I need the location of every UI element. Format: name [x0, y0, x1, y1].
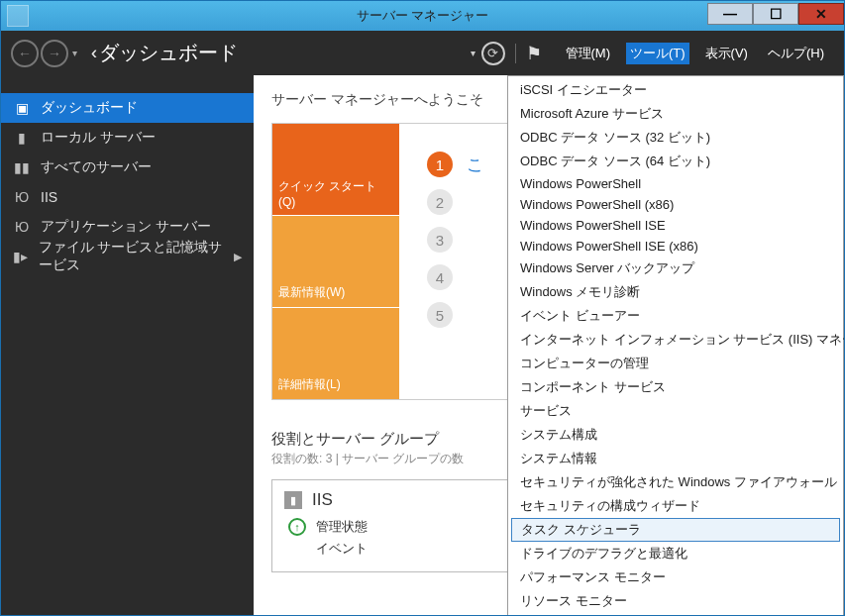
tools-dropdown-menu: iSCSI イニシエーターMicrosoft Azure サービスODBC デー…: [507, 75, 844, 615]
tools-menu-item[interactable]: Windows メモリ診断: [508, 280, 843, 304]
tools-menu-item[interactable]: ODBC データ ソース (64 ビット): [508, 150, 843, 173]
refresh-button[interactable]: ⟳: [481, 42, 505, 65]
history-dropdown-icon[interactable]: ▾: [72, 48, 77, 58]
nav-item-label: アプリケーション サーバー: [41, 218, 211, 236]
sidebar: ▣ダッシュボード▮ローカル サーバー▮▮すべてのサーバーЮIISЮアプリケーショ…: [1, 75, 254, 615]
nav-item-label: ローカル サーバー: [41, 129, 156, 147]
status-up-icon: ↑: [288, 518, 306, 536]
nav-item-icon: Ю: [13, 189, 31, 205]
chevron-right-icon: ▶: [234, 251, 242, 263]
nav-item-icon: ▮: [13, 130, 31, 146]
tools-menu-item[interactable]: Windows Server バックアップ: [508, 257, 843, 280]
forward-button[interactable]: →: [41, 40, 68, 67]
menu-tools[interactable]: ツール(T): [626, 43, 689, 64]
tools-menu-item[interactable]: セキュリティの構成ウィザード: [508, 494, 843, 518]
role-tile-iis[interactable]: ▮ IIS ↑ 管理状態 イベント: [271, 479, 519, 572]
role-manageability-row[interactable]: ↑ 管理状態: [288, 518, 506, 536]
divider: [515, 44, 516, 63]
breadcrumb-options-icon[interactable]: ▾: [471, 48, 475, 58]
role-events-row[interactable]: イベント: [316, 540, 506, 558]
step-badge-3: 3: [427, 227, 453, 253]
tools-menu-item[interactable]: ODBC データ ソース (32 ビット): [508, 126, 843, 150]
nav-item-icon: ▣: [13, 100, 31, 116]
tools-menu-item[interactable]: タスク スケジューラ: [511, 518, 840, 542]
main-area: ▣ダッシュボード▮ローカル サーバー▮▮すべてのサーバーЮIISЮアプリケーショ…: [1, 75, 844, 615]
back-button[interactable]: ←: [11, 40, 39, 67]
nav-item-label: IIS: [41, 189, 57, 205]
step-badge-5: 5: [427, 302, 453, 328]
sidebar-item-iis[interactable]: ЮIIS: [1, 182, 254, 212]
tile-quickstart[interactable]: クイック スタート(Q): [272, 124, 399, 216]
nav-item-label: ダッシュボード: [41, 99, 138, 117]
tools-menu-item[interactable]: パフォーマンス モニター: [508, 565, 843, 589]
nav-item-icon: ▮▮: [13, 159, 31, 175]
window-title: サーバー マネージャー: [1, 7, 844, 25]
step-badge-4: 4: [427, 264, 453, 290]
tools-menu-item[interactable]: Windows PowerShell: [508, 173, 843, 194]
role-tile-header: ▮ IIS: [284, 490, 506, 510]
tools-menu-item[interactable]: リソース モニター: [508, 589, 843, 613]
page-title: ダッシュボード: [99, 40, 238, 66]
notifications-flag-icon[interactable]: ⚑: [526, 43, 542, 64]
nav-item-icon: ▮▸: [13, 249, 29, 264]
menu-view[interactable]: 表示(V): [701, 43, 752, 64]
titlebar: サーバー マネージャー — ☐ ✕: [1, 1, 844, 31]
sidebar-item-dashboard[interactable]: ▣ダッシュボード: [1, 93, 254, 123]
tile-learnmore[interactable]: 詳細情報(L): [272, 308, 399, 399]
sidebar-item-file-storage[interactable]: ▮▸ファイル サービスと記憶域サービス▶: [1, 242, 254, 271]
step-1-text: こ: [467, 154, 483, 176]
tools-menu-item[interactable]: ドライブのデフラグと最適化: [508, 542, 843, 565]
tools-menu-item[interactable]: システム構成: [508, 423, 843, 447]
nav-item-icon: Ю: [13, 219, 31, 235]
tools-menu-item[interactable]: iSCSI イニシエーター: [508, 78, 843, 102]
tile-whatsnew[interactable]: 最新情報(W): [272, 216, 399, 308]
menu-manage[interactable]: 管理(M): [562, 43, 615, 64]
step-badge-1: 1: [427, 152, 453, 177]
tools-menu-item[interactable]: ローカル セキュリティ ポリシー: [508, 613, 843, 615]
role-tile-title: IIS: [312, 490, 333, 510]
menu-help[interactable]: ヘルプ(H): [764, 43, 828, 64]
sidebar-item-all-servers[interactable]: ▮▮すべてのサーバー: [1, 153, 254, 182]
tools-menu-item[interactable]: インターネット インフォメーション サービス (IIS) マネージャー: [508, 328, 843, 352]
step-badge-2: 2: [427, 189, 453, 215]
tools-menu-item[interactable]: コンピューターの管理: [508, 352, 843, 375]
tile-column: クイック スタート(Q) 最新情報(W) 詳細情報(L): [272, 124, 399, 399]
sidebar-item-local-server[interactable]: ▮ローカル サーバー: [1, 123, 254, 153]
tools-menu-item[interactable]: Windows PowerShell ISE (x86): [508, 236, 843, 257]
content-area: サーバー マネージャーへようこそ クイック スタート(Q) 最新情報(W) 詳細…: [254, 75, 844, 615]
tools-menu-item[interactable]: サービス: [508, 399, 843, 423]
tools-menu-item[interactable]: Windows PowerShell (x86): [508, 194, 843, 215]
header-bar: ← → ▾ ‹‹ ダッシュボード ▾ ⟳ ⚑ 管理(M) ツール(T) 表示(V…: [1, 31, 844, 75]
tools-menu-item[interactable]: Windows PowerShell ISE: [508, 215, 843, 236]
role-events-label: イベント: [316, 540, 368, 558]
role-manageability-label: 管理状態: [316, 518, 368, 536]
tools-menu-item[interactable]: Microsoft Azure サービス: [508, 102, 843, 126]
nav-item-label: すべてのサーバー: [41, 158, 152, 176]
sidebar-item-app-server[interactable]: Юアプリケーション サーバー: [1, 212, 254, 242]
nav-item-label: ファイル サービスと記憶域サービス: [39, 239, 234, 274]
server-role-icon: ▮: [284, 491, 302, 509]
tools-menu-item[interactable]: セキュリティが強化された Windows ファイアウォール: [508, 470, 843, 494]
tools-menu-item[interactable]: システム情報: [508, 447, 843, 470]
tools-menu-item[interactable]: イベント ビューアー: [508, 304, 843, 328]
tools-menu-item[interactable]: コンポーネント サービス: [508, 375, 843, 399]
